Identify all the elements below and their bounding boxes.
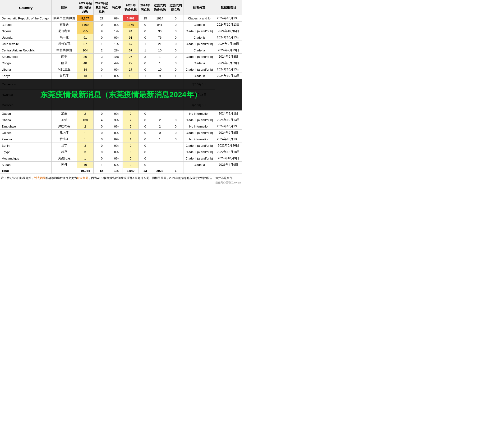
- cell-0: Egypt: [0, 149, 52, 155]
- cell-4: 5%: [110, 162, 123, 168]
- cell-3: 3: [93, 54, 110, 60]
- cell-4: 0%: [110, 111, 123, 117]
- table-row: Côte d'Ivoire科特迪瓦6711%671210Clade II (a …: [0, 41, 242, 47]
- footnote-text3: ，因为WHO收到报告时间经常延迟甚至超过四周。同样的原因，2024年的信息也仅限…: [88, 176, 235, 180]
- cell-country-en: Morocco: [0, 100, 52, 111]
- cell-10: 2024年10月13日: [215, 136, 242, 143]
- cell-4: 0%: [110, 66, 123, 73]
- cell-5: 0: [123, 162, 138, 168]
- cell-8: 0: [168, 66, 184, 73]
- cell-4: 0%: [110, 130, 123, 136]
- cell-3: 0: [93, 143, 110, 149]
- cell-3: 4: [93, 117, 110, 123]
- cell-7: 1: [152, 54, 168, 60]
- cell-1: 刚果民主共和国: [51, 15, 77, 22]
- cell-3: 0: [93, 66, 110, 73]
- cell-5: 1169: [123, 22, 138, 28]
- cell-3: 1: [93, 41, 110, 47]
- table-row: Mozambique莫桑比克100%00Clade II (a and/or b…: [0, 155, 242, 162]
- cell-6: 0: [138, 136, 152, 143]
- cell-1: 加蓬: [51, 111, 77, 117]
- cell-7: 36: [152, 28, 168, 34]
- cell-0: Ghana: [0, 117, 52, 123]
- footnote-text2: 的确诊和病亡病例变更为: [46, 176, 77, 180]
- cell-10: 2024年9月1日: [215, 111, 242, 117]
- footnote-text1: 注：从9月29日那周开始，: [1, 176, 34, 180]
- cell-0: Liberia: [0, 66, 52, 73]
- cell-7: 2: [152, 117, 168, 123]
- cell-8: [168, 149, 184, 155]
- cell-0: Nigeria: [0, 28, 52, 34]
- total-cell-3: 55: [93, 168, 110, 174]
- cell-3: 0: [93, 111, 110, 117]
- cell-2: 67: [77, 41, 93, 47]
- table-row: Benin贝宁300%00Clade II (a and/or b)2022年6…: [0, 143, 242, 149]
- cell-8: 0: [168, 15, 184, 22]
- cell-0: South Africa: [0, 54, 52, 60]
- table-row: Nigeria尼日利亚95591%940360Clade II (a and/o…: [0, 28, 242, 34]
- cell-7: 0: [152, 130, 168, 136]
- cell-1: 贝宁: [51, 143, 77, 149]
- cell-country-en: Cameroon: [0, 79, 52, 90]
- cell-5: 6,962: [123, 15, 138, 22]
- cell-3: 0: [93, 155, 110, 162]
- cell-0: Zimbabwe: [0, 123, 52, 130]
- cell-6: 0: [138, 130, 152, 136]
- cell-8: 0: [168, 54, 184, 60]
- cell-9: Clade II (a and/or b): [184, 155, 215, 162]
- cell-4: 0%: [110, 149, 123, 155]
- cell-4: 0%: [110, 123, 123, 130]
- table-row: South Africa南非30310%25310Clade II (a and…: [0, 54, 242, 60]
- cell-5: 0: [123, 155, 138, 162]
- cell-3: 0: [93, 136, 110, 143]
- cell-8: [168, 111, 184, 117]
- cell-6: 0: [138, 143, 152, 149]
- cell-1: 布隆迪: [51, 22, 77, 28]
- header-confirmed-6w: 过去六周确诊总数: [152, 0, 168, 15]
- cell-5: 1: [123, 130, 138, 136]
- cell-6: 0: [138, 22, 152, 28]
- cell-3: 2: [93, 47, 110, 54]
- cell-0: Uganda: [0, 34, 52, 41]
- header-country-en: Country: [0, 0, 52, 15]
- total-cell-10: –: [215, 168, 242, 174]
- cell-4: 2%: [110, 47, 123, 54]
- cell-2: 1: [77, 155, 93, 162]
- cell-8: [168, 143, 184, 149]
- cell-4: 0%: [110, 136, 123, 143]
- cell-1: 莫桑比克: [51, 155, 77, 162]
- cell-2: 104: [77, 47, 93, 54]
- cell-1: 尼日利亚: [51, 28, 77, 34]
- cell-7: [152, 155, 168, 162]
- cell-10: 2024年10月13日: [215, 117, 242, 123]
- cell-9: Clade II (a and/or b): [184, 66, 215, 73]
- cell-3: 0: [93, 130, 110, 136]
- cell-8: [168, 155, 184, 162]
- cell-9: No information: [184, 123, 215, 130]
- cell-1: 津巴布韦: [51, 123, 77, 130]
- total-cell-9: –: [184, 168, 215, 174]
- cell-0: Burundi: [0, 22, 52, 28]
- cell-10: 2022年12月18日: [215, 149, 242, 155]
- table-row: Egypt埃及300%00Clade II (a and/or b)2022年1…: [0, 149, 242, 155]
- cell-10: 2024年10月13日: [215, 123, 242, 130]
- cell-9: Clade Ia: [184, 162, 215, 168]
- watermark: 搜狐号@雪鸮XueXiao: [215, 180, 241, 185]
- cell-9: Clade Ib: [184, 22, 215, 28]
- cell-5: 2: [123, 117, 138, 123]
- cell-2: 1169: [77, 22, 93, 28]
- cell-8: 0: [168, 136, 184, 143]
- cell-3: 1: [93, 73, 110, 79]
- cell-3: 1: [93, 162, 110, 168]
- cell-3: 0: [93, 149, 110, 155]
- cell-5: 0: [123, 149, 138, 155]
- cell-7: [152, 149, 168, 155]
- total-cell-1: [51, 168, 77, 174]
- header-deaths-6w: 过去六周病亡数: [168, 0, 184, 15]
- cell-3: 2: [93, 60, 110, 66]
- cell-9: Clades Ia and Ib: [184, 15, 215, 22]
- table-row: Central African Republic中非共和国10422%57110…: [0, 47, 242, 54]
- cell-5: 1: [123, 136, 138, 143]
- cell-6: 0: [138, 34, 152, 41]
- cell-7: 21: [152, 41, 168, 47]
